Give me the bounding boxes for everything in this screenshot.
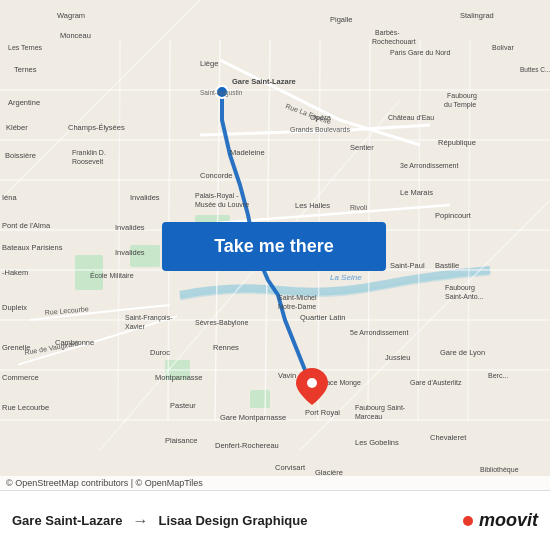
svg-text:Madeleine: Madeleine xyxy=(230,148,265,157)
svg-text:Kléber: Kléber xyxy=(6,123,28,132)
svg-text:du Temple: du Temple xyxy=(444,101,476,109)
svg-text:Bastille: Bastille xyxy=(435,261,459,270)
svg-text:Rennes: Rennes xyxy=(213,343,239,352)
arrow-icon: → xyxy=(133,512,149,530)
svg-text:3e Arrondissement: 3e Arrondissement xyxy=(400,162,458,169)
svg-text:Marceau: Marceau xyxy=(355,413,382,420)
svg-text:Commerce: Commerce xyxy=(2,373,39,382)
svg-text:Bateaux Parisiens: Bateaux Parisiens xyxy=(2,243,63,252)
svg-text:Opéra: Opéra xyxy=(310,113,332,122)
svg-text:Faubourg: Faubourg xyxy=(445,284,475,292)
svg-text:Saint-Anto...: Saint-Anto... xyxy=(445,293,484,300)
svg-text:Concorde: Concorde xyxy=(200,171,233,180)
svg-text:Grands Boulevards: Grands Boulevards xyxy=(290,126,350,133)
svg-text:Boissière: Boissière xyxy=(5,151,36,160)
svg-text:Rue Lecourbe: Rue Lecourbe xyxy=(2,403,49,412)
svg-text:Les Halles: Les Halles xyxy=(295,201,330,210)
svg-text:Plaisance: Plaisance xyxy=(165,436,198,445)
svg-text:Faubourg: Faubourg xyxy=(447,92,477,100)
svg-text:Invalides: Invalides xyxy=(115,223,145,232)
svg-text:Gare d'Austerlitz: Gare d'Austerlitz xyxy=(410,379,462,386)
svg-text:Invalides: Invalides xyxy=(130,193,160,202)
svg-text:Champs-Élysées: Champs-Élysées xyxy=(68,123,125,132)
svg-text:Bibliothèque: Bibliothèque xyxy=(480,466,519,474)
svg-text:Paris Gare du Nord: Paris Gare du Nord xyxy=(390,49,450,56)
svg-text:Notre-Dame: Notre-Dame xyxy=(278,303,316,310)
svg-text:Saint-François-: Saint-François- xyxy=(125,314,173,322)
svg-text:Barbès-: Barbès- xyxy=(375,29,400,36)
svg-text:Dupleix: Dupleix xyxy=(2,303,27,312)
svg-text:Port Royal: Port Royal xyxy=(305,408,340,417)
svg-text:Pasteur: Pasteur xyxy=(170,401,196,410)
moovit-dot xyxy=(463,516,473,526)
svg-text:Gare Saint-Lazare: Gare Saint-Lazare xyxy=(232,77,296,86)
svg-text:5e Arrondissement: 5e Arrondissement xyxy=(350,329,408,336)
svg-text:Cambronne: Cambronne xyxy=(55,338,94,347)
svg-text:Montparnasse: Montparnasse xyxy=(155,373,203,382)
svg-text:Duroc: Duroc xyxy=(150,348,170,357)
svg-text:Berc...: Berc... xyxy=(488,372,508,379)
svg-text:Ternes: Ternes xyxy=(14,65,37,74)
moovit-logo: moovit xyxy=(463,510,538,531)
svg-text:Château d'Eau: Château d'Eau xyxy=(388,114,434,121)
svg-text:République: République xyxy=(438,138,476,147)
svg-text:Xavier: Xavier xyxy=(125,323,146,330)
svg-text:Quartier Latin: Quartier Latin xyxy=(300,313,345,322)
svg-text:Monceau: Monceau xyxy=(60,31,91,40)
svg-text:Saint-Augustin: Saint-Augustin xyxy=(200,89,243,97)
svg-text:Sentier: Sentier xyxy=(350,143,374,152)
svg-text:Liège: Liège xyxy=(200,59,218,68)
svg-text:Les Ternes: Les Ternes xyxy=(8,44,43,51)
svg-rect-5 xyxy=(250,390,270,408)
svg-text:Invalides: Invalides xyxy=(115,248,145,257)
destination-label: Lisaa Design Graphique xyxy=(159,513,308,528)
svg-text:Iéna: Iéna xyxy=(2,193,17,202)
svg-text:Wagram: Wagram xyxy=(57,11,85,20)
svg-text:Stalingrad: Stalingrad xyxy=(460,11,494,20)
svg-text:Jussieu: Jussieu xyxy=(385,353,410,362)
svg-text:Vavin: Vavin xyxy=(278,371,296,380)
svg-text:Sèvres-Babylone: Sèvres-Babylone xyxy=(195,319,248,327)
svg-text:Pont de l'Alma: Pont de l'Alma xyxy=(2,221,51,230)
svg-text:Franklin D.: Franklin D. xyxy=(72,149,106,156)
svg-text:Popincourt: Popincourt xyxy=(435,211,472,220)
svg-point-109 xyxy=(307,378,317,388)
map-container: Rue La Fayette Grands Boulevards La Sein… xyxy=(0,0,550,490)
moovit-text: moovit xyxy=(479,510,538,531)
svg-text:Pigalle: Pigalle xyxy=(330,15,353,24)
svg-text:Saint-Paul: Saint-Paul xyxy=(390,261,425,270)
attribution-text: © OpenStreetMap contributors | © OpenMap… xyxy=(6,478,203,488)
svg-text:Corvisart: Corvisart xyxy=(275,463,306,472)
svg-text:Gare de Lyon: Gare de Lyon xyxy=(440,348,485,357)
svg-text:Buttes C...: Buttes C... xyxy=(520,66,550,73)
take-me-there-button[interactable]: Take me there xyxy=(162,222,386,271)
svg-text:Les Gobelins: Les Gobelins xyxy=(355,438,399,447)
svg-text:Gare Montparnasse: Gare Montparnasse xyxy=(220,413,286,422)
svg-text:-Hakem: -Hakem xyxy=(2,268,28,277)
svg-text:Roosevelt: Roosevelt xyxy=(72,158,103,165)
svg-text:Argentine: Argentine xyxy=(8,98,40,107)
svg-text:Faubourg Saint-: Faubourg Saint- xyxy=(355,404,406,412)
svg-text:Rivoli: Rivoli xyxy=(350,204,368,211)
svg-text:Musée du Louvre: Musée du Louvre xyxy=(195,201,249,208)
origin-label: Gare Saint-Lazare xyxy=(12,513,123,528)
attribution-bar: © OpenStreetMap contributors | © OpenMap… xyxy=(0,476,550,490)
svg-text:Le Marais: Le Marais xyxy=(400,188,433,197)
svg-text:Denfert-Rochereau: Denfert-Rochereau xyxy=(215,441,279,450)
svg-text:La Seine: La Seine xyxy=(330,273,362,282)
svg-text:Rochechouart: Rochechouart xyxy=(372,38,416,45)
svg-text:Bolívar: Bolívar xyxy=(492,44,514,51)
svg-text:Grenelle: Grenelle xyxy=(2,343,30,352)
svg-text:Saint-Michel: Saint-Michel xyxy=(278,294,317,301)
svg-text:Chevaleret: Chevaleret xyxy=(430,433,467,442)
svg-text:École Militaire: École Militaire xyxy=(90,271,134,279)
svg-text:Palais-Royal -: Palais-Royal - xyxy=(195,192,239,200)
bottom-bar: Gare Saint-Lazare → Lisaa Design Graphiq… xyxy=(0,490,550,550)
